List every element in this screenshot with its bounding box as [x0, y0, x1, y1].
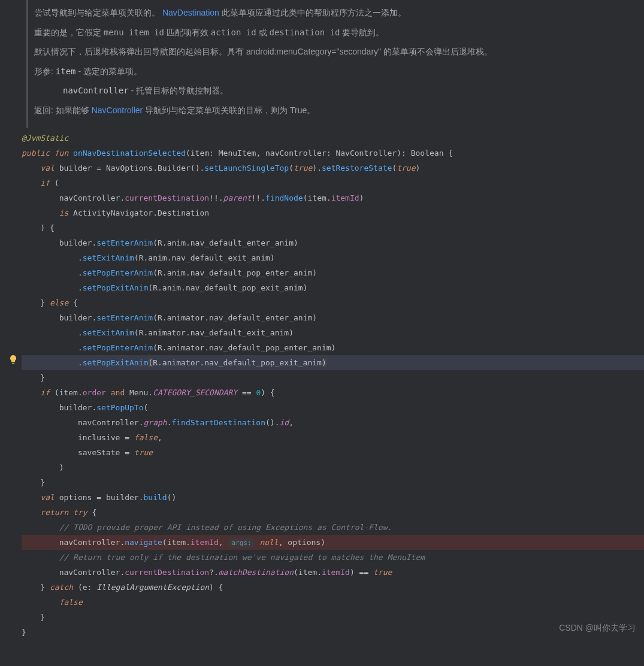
- watermark: CSDN @叫你去学习: [559, 621, 636, 634]
- nav-controller-link[interactable]: NavController: [92, 105, 143, 115]
- doc-return: 返回: 如果能够 NavController 导航到与给定菜单项关联的目标，则为…: [34, 102, 638, 119]
- vertical-scrollbar[interactable]: [637, 128, 644, 640]
- documentation-panel: 尝试导航到与给定菜单项关联的。 NavDestination 此菜单项应通过此类…: [26, 0, 644, 128]
- nav-destination-link[interactable]: NavDestination: [162, 8, 219, 17]
- code-editor[interactable]: @JvmStatic public fun onNavDestinationSe…: [0, 128, 644, 640]
- lightbulb-icon[interactable]: [8, 355, 18, 364]
- gutter: [0, 128, 5, 640]
- gutter-icons: [5, 128, 22, 640]
- doc-paragraph: 重要的是，它假定 menu item id 匹配项有效 action id 或 …: [34, 25, 638, 41]
- inlay-hint: args:: [229, 538, 253, 547]
- doc-params: navController - 托管目标的导航控制器。: [34, 83, 638, 99]
- doc-paragraph: 尝试导航到与给定菜单项关联的。 NavDestination 此菜单项应通过此类…: [34, 5, 638, 21]
- code-content[interactable]: @JvmStatic public fun onNavDestinationSe…: [22, 128, 644, 640]
- doc-params: 形参: item - 选定的菜单项。: [34, 63, 638, 80]
- doc-paragraph: 默认情况下，后退堆栈将弹出回导航图的起始目标。具有 android:menuCa…: [34, 44, 638, 60]
